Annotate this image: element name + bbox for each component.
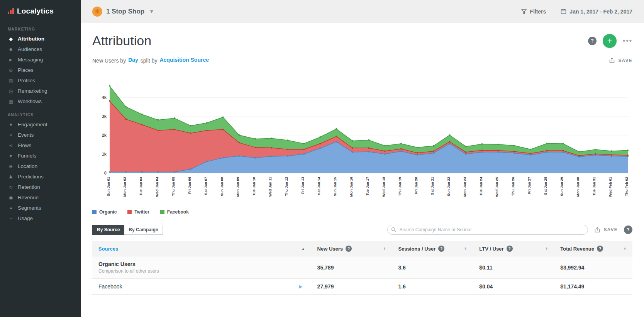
svg-text:Thu Jan 05: Thu Jan 05: [171, 176, 175, 196]
column-help-icon[interactable]: ?: [507, 246, 513, 252]
sidebar-item-label: Predictions: [18, 174, 44, 180]
column-help-icon[interactable]: ?: [346, 246, 352, 252]
column-help-icon[interactable]: ?: [438, 246, 444, 252]
svg-text:Wed Jan 18: Wed Jan 18: [381, 177, 386, 197]
legend-item-twitter[interactable]: Twitter: [127, 209, 149, 215]
date-range-picker[interactable]: Jan 1, 2017 - Feb 2, 2017: [561, 8, 632, 15]
person-icon: ♟: [8, 174, 14, 180]
page-actions: ? + •••: [588, 34, 632, 48]
sidebar-item-retention[interactable]: ↻Retention: [0, 182, 81, 192]
people-icon: ☻: [8, 47, 14, 52]
sidebar-item-funnels[interactable]: ▼Funnels: [0, 151, 81, 161]
svg-text:0: 0: [104, 171, 107, 175]
tab-by-campaign[interactable]: By Campaign: [124, 225, 163, 235]
svg-text:Sun Jan 29: Sun Jan 29: [559, 177, 564, 196]
sort-icon: [624, 247, 626, 250]
expand-row-icon[interactable]: ▶: [299, 284, 305, 289]
sidebar-item-revenue[interactable]: ◉Revenue: [0, 192, 81, 203]
svg-text:Thu Jan 12: Thu Jan 12: [284, 177, 288, 196]
split-selector[interactable]: Acquisition Source: [159, 57, 209, 64]
date-range-label: Jan 1, 2017 - Feb 2, 2017: [569, 8, 632, 15]
svg-text:Wed Feb 01: Wed Feb 01: [608, 176, 612, 197]
sidebar-item-segments[interactable]: ◕Segments: [0, 203, 81, 213]
dimension-selector[interactable]: Day: [128, 57, 138, 64]
svg-text:Tue Jan 10: Tue Jan 10: [252, 177, 256, 195]
column-sessions-per-user[interactable]: Sessions / User?: [392, 241, 473, 256]
search-input[interactable]: [387, 225, 588, 235]
target-icon: ◎: [8, 88, 14, 94]
sidebar-item-audiences[interactable]: ☻Audiences: [0, 44, 81, 54]
legend-label: Facebook: [167, 209, 189, 215]
sidebar-item-places[interactable]: ⊙Places: [0, 65, 81, 75]
more-options-button[interactable]: •••: [623, 37, 632, 45]
help-icon[interactable]: ?: [588, 37, 597, 45]
ltv-value: $0.04: [473, 279, 554, 295]
app-root: Localytics MARKETING◆Attribution☻Audienc…: [0, 0, 644, 317]
save-chart-button[interactable]: SAVE: [609, 58, 632, 63]
legend-label: Organic: [99, 209, 117, 215]
table-row-organic-users: Organic Users Comparison to all other us…: [92, 256, 632, 279]
sidebar-item-events[interactable]: ≡Events: [0, 130, 81, 140]
legend-item-facebook[interactable]: Facebook: [160, 209, 189, 215]
column-new-users[interactable]: New Users?: [311, 241, 392, 256]
legend-label: Twitter: [134, 209, 149, 215]
attribution-chart: 01k2k3k4kSun Jan 01Mon Jan 02Tue Jan 03W…: [92, 73, 632, 215]
sidebar-item-location[interactable]: ⊕Location: [0, 161, 81, 171]
sidebar-item-label: Funnels: [18, 153, 36, 159]
sidebar-item-messaging[interactable]: ►Messaging: [0, 54, 81, 65]
table-row-facebook: Facebook ▶ 27,979 1.6 $0.04 $1,174.49: [92, 279, 632, 295]
globe-icon: ⊕: [8, 164, 14, 169]
app-name: 1 Stop Shop: [106, 8, 144, 15]
sidebar-item-label: Places: [18, 67, 34, 73]
svg-text:Fri Jan 20: Fri Jan 20: [414, 177, 418, 194]
nav-section-title: ANALYTICS: [0, 107, 81, 119]
topbar: ✱ 1 Stop Shop ▼ Filters Jan 1, 2017 - Fe…: [81, 0, 644, 23]
column-ltv-per-user[interactable]: LTV / User?: [473, 241, 554, 256]
sidebar-item-predictions[interactable]: ♟Predictions: [0, 171, 81, 182]
add-report-button[interactable]: +: [603, 34, 617, 48]
sidebar-item-workflows[interactable]: ▦Workflows: [0, 96, 81, 107]
svg-text:1k: 1k: [102, 152, 107, 156]
table-tabs: By Source By Campaign: [92, 225, 163, 235]
column-total-revenue[interactable]: Total Revenue?: [554, 241, 632, 256]
filters-button[interactable]: Filters: [521, 8, 546, 15]
svg-text:Mon Jan 16: Mon Jan 16: [349, 177, 353, 197]
svg-text:2k: 2k: [102, 133, 107, 137]
table-help-icon[interactable]: ?: [624, 225, 632, 234]
sidebar-item-remarketing[interactable]: ◎Remarketing: [0, 86, 81, 96]
funnel-icon: ▼: [8, 153, 14, 159]
megaphone-icon: ►: [8, 57, 14, 63]
sidebar-item-label: Segments: [18, 205, 41, 211]
sidebar-item-profiles[interactable]: ▤Profiles: [0, 75, 81, 86]
sidebar-item-label: Profiles: [18, 78, 35, 83]
localytics-logo[interactable]: Localytics: [0, 0, 81, 21]
list-icon: ≡: [8, 132, 14, 138]
sidebar-item-flows[interactable]: ≺Flows: [0, 140, 81, 151]
sidebar-item-label: Flows: [18, 142, 31, 148]
sidebar-item-label: Usage: [18, 215, 33, 221]
sources-table: Sources▲ New Users? Sessions / User? LTV…: [92, 241, 632, 295]
column-help-icon[interactable]: ?: [597, 246, 603, 252]
sidebar-item-label: Events: [18, 132, 34, 138]
brand-name: Localytics: [17, 7, 54, 15]
new-users-value: 35,789: [311, 256, 392, 279]
source-name: Facebook: [98, 283, 122, 290]
share-icon: [594, 227, 601, 233]
tab-by-source[interactable]: By Source: [92, 225, 124, 235]
source-name: Organic Users: [98, 261, 305, 267]
legend-swatch: [92, 210, 97, 214]
sidebar-item-label: Retention: [18, 184, 40, 190]
stacked-area-chart: 01k2k3k4kSun Jan 01Mon Jan 02Tue Jan 03W…: [92, 73, 632, 204]
chevron-down-icon: ▼: [149, 8, 154, 14]
legend-item-organic[interactable]: Organic: [92, 209, 117, 215]
svg-text:Thu Feb 02: Thu Feb 02: [624, 177, 629, 196]
column-sources[interactable]: Sources▲: [92, 241, 311, 256]
app-switcher[interactable]: ✱ 1 Stop Shop ▼: [92, 7, 154, 17]
main-area: ✱ 1 Stop Shop ▼ Filters Jan 1, 2017 - Fe…: [81, 0, 644, 317]
sidebar-item-engagement[interactable]: ♥Engagement: [0, 119, 81, 130]
sidebar-item-usage[interactable]: ≈Usage: [0, 213, 81, 224]
coin-icon: ◉: [8, 195, 14, 200]
svg-text:Tue Jan 24: Tue Jan 24: [479, 176, 483, 195]
sidebar-item-attribution[interactable]: ◆Attribution: [0, 34, 81, 44]
save-table-button[interactable]: SAVE: [594, 227, 618, 233]
